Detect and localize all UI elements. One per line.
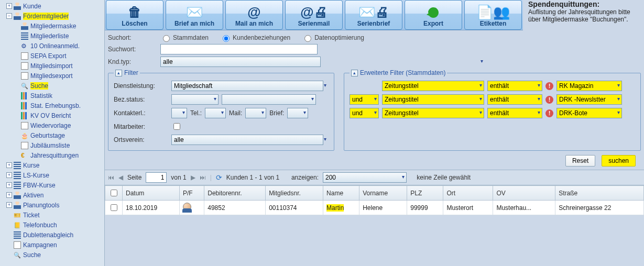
ext-op-select[interactable]: enthält	[487, 81, 542, 91]
delete-button[interactable]: 🗑Löschen	[106, 0, 163, 30]
serienmail-button[interactable]: @🖨Serienmail	[285, 0, 343, 30]
suchort-radio-1[interactable]: Kundenbeziehungen	[220, 34, 290, 42]
col-header-7[interactable]: PLZ	[407, 186, 443, 201]
sidebar-item-ticket[interactable]: Ticket	[0, 210, 104, 220]
expander-icon[interactable]: +	[6, 172, 12, 178]
toolbar-button-label: Etiketten	[480, 20, 507, 27]
ext-op-select[interactable]: enthält	[487, 94, 542, 105]
radio-input[interactable]	[304, 35, 311, 42]
expander-icon[interactable]: +	[6, 3, 12, 9]
sidebar-item-dublettenabgleich[interactable]: Dublettenabgleich	[0, 230, 104, 240]
bezstatus-label: Bez.status:	[114, 96, 171, 103]
col-header-4[interactable]: Mitgliedsnr.	[266, 186, 323, 201]
extended-filter-panel: ▴ Erweiterte Filter (Stammdaten) Zeitung…	[344, 69, 641, 151]
sidebar-item-kampagnen[interactable]: Kampagnen	[0, 240, 104, 250]
cell-pf	[179, 201, 204, 215]
row-checkbox[interactable]	[111, 204, 117, 211]
bezstatus-select-2[interactable]	[222, 94, 316, 105]
sidebar-item-aktiven[interactable]: +Aktiven	[0, 190, 104, 200]
tel-select[interactable]	[205, 108, 226, 118]
col-header-6[interactable]: Vorname	[359, 186, 407, 201]
col-header-3[interactable]: Debitorennr.	[204, 186, 266, 201]
expander-icon[interactable]: +	[6, 182, 12, 188]
list-icon	[20, 32, 29, 40]
suchort-radio-0[interactable]: Stammdaten	[160, 34, 209, 42]
radio-input[interactable]	[223, 35, 230, 42]
sidebar-item-statistik[interactable]: Statistik	[0, 91, 104, 101]
kontakterl-select[interactable]	[171, 108, 187, 118]
sidebar-item-fbw-kurse[interactable]: +FBW-Kurse	[0, 180, 104, 190]
sidebar-item-sepa-export[interactable]: SEPA Export	[0, 51, 104, 61]
col-header-5[interactable]: Name	[323, 186, 359, 201]
sidebar-item-kurse[interactable]: +Kurse	[0, 160, 104, 170]
sidebar-item-mitgliedsimport[interactable]: Mitgliedsimport	[0, 61, 104, 71]
sidebar-item-telefonbuch[interactable]: Telefonbuch	[0, 220, 104, 230]
ortsverein-select[interactable]: alle	[171, 135, 323, 145]
ext-field-select[interactable]: Zeitungstitel	[382, 108, 484, 118]
brief-select[interactable]	[287, 108, 308, 118]
ext-field-select[interactable]: Zeitungstitel	[382, 81, 484, 91]
bezstatus-select-1[interactable]	[171, 94, 219, 105]
radio-input[interactable]	[163, 35, 170, 42]
etiketten-button[interactable]: 📄👥Etiketten	[464, 0, 522, 30]
sidebar-item-jubilaeumsliste[interactable]: Jubiläumsliste	[0, 140, 104, 150]
col-header-10[interactable]: Straße	[555, 186, 644, 201]
pager-last-icon[interactable]: ⏭	[200, 174, 206, 181]
sidebar-item-foerdermitglieder[interactable]: −Fördermitglieder	[0, 11, 104, 21]
ext-field-select[interactable]: Zeitungstitel	[382, 94, 484, 105]
ext-and-select[interactable]: und	[350, 108, 379, 118]
mail-an-mich-button[interactable]: @Mail an mich	[225, 0, 283, 30]
col-header-8[interactable]: Ort	[443, 186, 493, 201]
sidebar-item-planungtools[interactable]: +Planungtools	[0, 200, 104, 210]
filter-collapse-icon[interactable]: ▴	[115, 70, 122, 76]
expander-icon[interactable]: +	[6, 202, 12, 208]
expander-icon[interactable]: +	[6, 162, 12, 168]
search-button[interactable]: suchen	[602, 155, 636, 167]
sidebar-item-geburtstage[interactable]: Geburtstage	[0, 130, 104, 140]
mitarbeiter-checkbox[interactable]	[173, 123, 180, 130]
expander-icon[interactable]: −	[6, 13, 12, 19]
sidebar-item-onlineanmeld[interactable]: ⚙10 Onlineanmeld.	[0, 41, 104, 51]
col-header-2[interactable]: P/F	[179, 186, 204, 201]
pager-anzeigen-label: anzeigen:	[291, 174, 319, 181]
sidebar-item-stat-erhebungsb[interactable]: Stat. Erhebungsb.	[0, 101, 104, 110]
extfilter-collapse-icon[interactable]: ▴	[351, 70, 358, 76]
ext-value-select[interactable]: DRK -Newslstter	[556, 94, 622, 105]
expander-icon[interactable]: +	[6, 192, 12, 198]
sidebar-item-wiedervorlage[interactable]: Wiedervorlage	[0, 120, 104, 130]
page-size-select[interactable]: 200	[323, 172, 407, 183]
sidebar-item-mitgliederliste[interactable]: Mitgliederliste	[0, 31, 104, 41]
export-button[interactable]: Export	[405, 0, 462, 30]
col-header-9[interactable]: OV	[493, 186, 555, 201]
serienbrief-button[interactable]: ✉️🖨Serienbrief	[345, 0, 402, 30]
sidebar-item-mitgliedermaske[interactable]: Mitgliedermaske	[0, 21, 104, 31]
reset-button[interactable]: Reset	[565, 155, 595, 167]
pager-next-icon[interactable]: ▶	[191, 174, 195, 181]
sidebar-item-suche[interactable]: Suche	[0, 81, 104, 91]
sidebar-item-kv-ov-bericht[interactable]: KV OV Bericht	[0, 110, 104, 120]
table-row[interactable]: 18.10.20194985200110374MartinHelene99999…	[105, 201, 644, 215]
sidebar-item-ls-kurse[interactable]: +LS-Kurse	[0, 170, 104, 180]
brief-an-mich-button[interactable]: ✉️Brief an mich	[166, 0, 223, 30]
pager-first-icon[interactable]: ⏮	[108, 174, 114, 181]
mail-select[interactable]	[245, 108, 266, 118]
col-header-0[interactable]	[105, 186, 123, 201]
pager-refresh-icon[interactable]: ⟳	[216, 173, 222, 182]
sidebar-item-global-suche[interactable]: Suche	[0, 250, 104, 260]
sidebar-item-jahresquittungen[interactable]: €Jahresquittungen	[0, 150, 104, 160]
ext-and-select[interactable]: und	[350, 94, 379, 105]
suchort-radio-2[interactable]: Datenoptimierung	[302, 34, 364, 42]
ext-value-select[interactable]: RK Magazin	[556, 81, 622, 91]
pager-von-label: von 1	[171, 174, 186, 181]
ext-op-select[interactable]: enthält	[487, 108, 542, 118]
pager-page-input[interactable]	[146, 172, 167, 183]
pager-prev-icon[interactable]: ◀	[118, 174, 123, 181]
col-header-1[interactable]: Datum	[123, 186, 180, 201]
sidebar-item-mitgliedsexport[interactable]: Mitgliedsexport	[0, 71, 104, 81]
suchwort-input[interactable]	[160, 44, 318, 54]
sidebar-item-kunde[interactable]: +Kunde	[0, 1, 104, 11]
select-all-checkbox[interactable]	[111, 190, 117, 196]
dienstleistung-select[interactable]: Mitgliedschaft	[171, 81, 323, 91]
kndtyp-select[interactable]: alle	[160, 57, 321, 67]
ext-value-select[interactable]: DRK-Bote	[556, 108, 622, 118]
